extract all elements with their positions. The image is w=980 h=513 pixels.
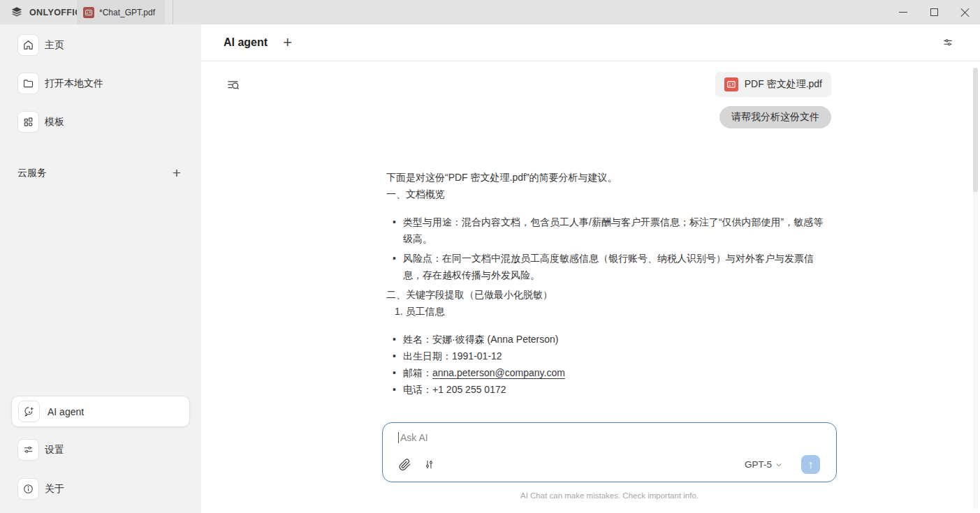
- sidebar-item-label: AI agent: [47, 406, 84, 417]
- ai-chat-sparkle-icon: [18, 401, 40, 422]
- minimize-button[interactable]: [888, 0, 919, 24]
- email-link[interactable]: anna.peterson@company.com: [432, 367, 565, 378]
- cloud-services-label: 云服务: [17, 167, 47, 179]
- sidebar-item-templates[interactable]: 模板: [17, 111, 201, 133]
- send-button[interactable]: ↑: [801, 455, 820, 474]
- assistant-message: 下面是对这份“PDF 密文处理.pdf”的简要分析与建议。 一、文档概览 类型与…: [382, 169, 833, 398]
- prompt-placeholder: Ask AI: [400, 432, 428, 443]
- document-tab-title: *Chat_GPT.pdf: [99, 8, 155, 17]
- conversation-column: PDF 密文处理.pdf 请帮我分析这份文件 下面是对这份“PDF 密文处理.p…: [382, 61, 837, 398]
- chevron-down-icon: [775, 461, 782, 468]
- titlebar: ONLYOFFICE *Chat_GPT.pdf: [0, 0, 980, 24]
- new-chat-button[interactable]: +: [283, 35, 292, 50]
- overview-bullet-list: 类型与用途：混合内容文档，包含员工人事/薪酬与客户开票信息；标注了“仅供内部使用…: [386, 214, 833, 283]
- sidebar-item-ai-agent[interactable]: AI agent: [11, 396, 190, 427]
- home-icon: [17, 34, 39, 56]
- sidebar-item-label: 关于: [45, 483, 64, 496]
- user-message-bubble: 请帮我分析这份文件: [719, 106, 831, 128]
- onlyoffice-logo-icon: [10, 6, 24, 20]
- prompt-input[interactable]: Ask AI: [383, 423, 836, 443]
- sidebar-item-label: 打开本地文件: [45, 77, 103, 90]
- tab-divider: [173, 0, 173, 24]
- field-label: 电话：: [403, 384, 432, 395]
- add-cloud-service-button[interactable]: +: [170, 165, 184, 180]
- field-value: +1 205 255 0172: [432, 384, 506, 395]
- close-icon: [960, 8, 970, 17]
- sidebar-item-settings[interactable]: 设置: [17, 439, 190, 461]
- chat-options-filter-icon[interactable]: [942, 36, 954, 49]
- scrollbar-thumb[interactable]: [973, 68, 978, 192]
- field-label: 邮箱：: [403, 367, 432, 378]
- list-item: 出生日期：1991-01-12: [386, 348, 833, 364]
- pdf-file-icon: [724, 77, 738, 91]
- model-name: GPT-5: [745, 459, 772, 470]
- model-selector[interactable]: GPT-5: [745, 459, 782, 470]
- assistant-intro: 下面是对这份“PDF 密文处理.pdf”的简要分析与建议。: [386, 169, 833, 186]
- templates-grid-icon: [17, 111, 39, 133]
- attachment-chip[interactable]: PDF 密文处理.pdf: [715, 72, 831, 97]
- cloud-services-section: 云服务 +: [17, 165, 184, 180]
- field-label: 姓名：: [403, 334, 432, 345]
- list-item: 电话：+1 205 255 0172: [386, 381, 833, 398]
- chat-area: PDF 密文处理.pdf 请帮我分析这份文件 下面是对这份“PDF 密文处理.p…: [201, 61, 980, 513]
- list-item: 风险点：在同一文档中混放员工高度敏感信息（银行账号、纳税人识别号）与对外客户与发…: [386, 250, 833, 283]
- field-value: 安娜·彼得森 (Anna Peterson): [432, 334, 559, 345]
- settings-sliders-icon: [17, 439, 39, 461]
- numbered-item-index: 1.: [395, 306, 403, 317]
- ai-prompt-composer[interactable]: Ask AI GPT-5: [382, 422, 837, 482]
- chat-scrollbar[interactable]: [973, 68, 978, 509]
- maximize-button[interactable]: [919, 0, 949, 24]
- attachment-name: PDF 密文处理.pdf: [745, 78, 822, 91]
- employee-info-list: 姓名：安娜·彼得森 (Anna Peterson) 出生日期：1991-01-1…: [386, 331, 833, 398]
- text-cursor: [398, 432, 399, 443]
- composer-toolbar: GPT-5 ↑: [398, 455, 820, 474]
- app-brand: ONLYOFFICE: [0, 0, 77, 24]
- chat-header: AI agent +: [201, 24, 980, 61]
- page-title: AI agent: [224, 36, 268, 49]
- sidebar: 主页 打开本地文件 模板 云服务 +: [0, 24, 201, 513]
- sidebar-item-home[interactable]: 主页: [17, 34, 201, 56]
- sidebar-item-open-local-file[interactable]: 打开本地文件: [17, 73, 201, 94]
- field-value: 1991-01-12: [452, 350, 502, 362]
- assistant-section2-title: 二、关键字段提取（已做最小化脱敏）: [386, 286, 833, 303]
- minimize-icon: [899, 12, 907, 13]
- list-item: 类型与用途：混合内容文档，包含员工人事/薪酬与客户开票信息；标注了“仅供内部使用…: [386, 214, 833, 247]
- list-item: 姓名：安娜·彼得森 (Anna Peterson): [386, 331, 833, 348]
- document-tab[interactable]: *Chat_GPT.pdf: [77, 0, 165, 24]
- field-label: 出生日期：: [403, 350, 452, 362]
- list-item: 邮箱：anna.peterson@company.com: [386, 364, 833, 381]
- prompt-settings-sliders-icon[interactable]: [423, 459, 435, 470]
- pdf-file-icon: [83, 7, 94, 18]
- numbered-item: 1. 员工信息: [386, 303, 833, 320]
- sidebar-bottom-group: AI agent 设置 关于: [11, 396, 190, 500]
- main-panel: AI agent +: [201, 24, 980, 513]
- close-button[interactable]: [949, 0, 980, 24]
- folder-icon: [17, 73, 39, 94]
- sidebar-item-label: 模板: [45, 116, 64, 128]
- sidebar-item-label: 设置: [45, 444, 64, 456]
- ai-disclaimer: AI Chat can make mistakes. Check importa…: [382, 491, 837, 500]
- assistant-section1-title: 一、文档概览: [386, 186, 833, 202]
- info-icon: [17, 478, 39, 500]
- search-chat-icon[interactable]: [226, 78, 240, 93]
- sidebar-item-label: 主页: [45, 39, 64, 52]
- sidebar-item-about[interactable]: 关于: [17, 478, 190, 500]
- maximize-icon: [930, 8, 938, 16]
- numbered-item-label: 员工信息: [406, 306, 445, 317]
- send-arrow-icon: ↑: [808, 459, 814, 471]
- attach-file-paperclip-icon[interactable]: [398, 458, 411, 471]
- window-controls: [888, 0, 980, 24]
